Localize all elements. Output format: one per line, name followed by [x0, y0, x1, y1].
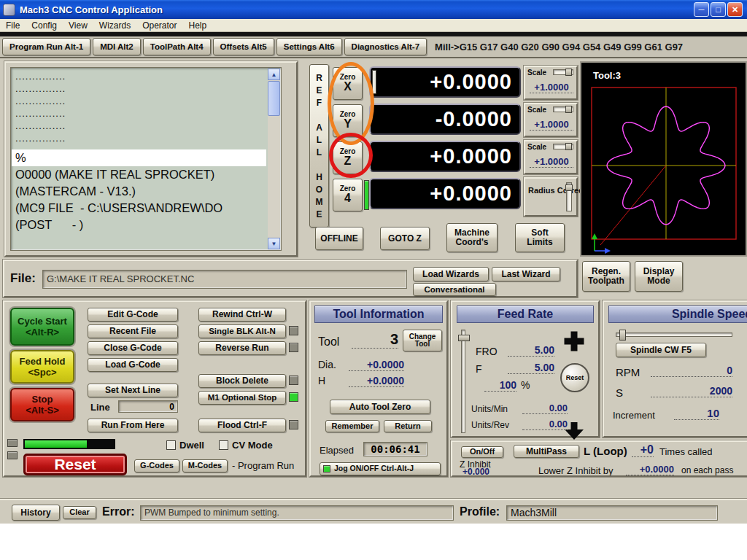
fro-percent-value[interactable]: 100 — [484, 379, 516, 392]
slider-handle[interactable] — [458, 335, 470, 341]
spindle-cw-button[interactable]: Spindle CW F5 — [616, 343, 706, 357]
cycle-start-button[interactable]: Cycle Start <Alt-R> — [10, 308, 74, 346]
zero-x-button[interactable]: Zero X — [333, 67, 363, 100]
scale-x-slider[interactable] — [553, 69, 573, 75]
zero-z-button[interactable]: Zero Z — [333, 141, 363, 174]
run-from-here-button[interactable]: Run From Here — [88, 419, 178, 432]
z-inhibit-value[interactable]: +0.000 — [462, 467, 498, 477]
dro-4-display[interactable]: +0.0000 — [369, 178, 521, 209]
set-next-line-button[interactable]: Set Next Line — [88, 384, 178, 397]
slider-handle[interactable] — [565, 106, 572, 113]
scale-y-slider[interactable] — [553, 106, 573, 112]
jog-onoff-button[interactable]: Jog ON/OFF Ctrl-Alt-J — [320, 462, 441, 475]
menu-item-config[interactable]: Config — [26, 20, 63, 31]
file-path-field[interactable]: G:\MAKE IT REAL SPROCKET.NC — [42, 270, 407, 289]
auto-tool-zero-button[interactable]: Auto Tool Zero — [330, 400, 430, 414]
f-value[interactable]: 5.00 — [508, 362, 554, 374]
spindle-slider[interactable] — [616, 332, 732, 337]
h-value[interactable]: +0.0000 — [349, 375, 404, 387]
menu-item-operator[interactable]: Operator — [136, 20, 182, 31]
menu-item-view[interactable]: View — [63, 20, 93, 31]
line-number-field[interactable]: 0 — [118, 400, 178, 413]
machine-coords-button[interactable]: Machine Coord's — [446, 223, 498, 252]
dro-z-display[interactable]: +0.0000 — [369, 141, 521, 172]
menu-item-file[interactable]: File — [0, 20, 26, 31]
slider-handle[interactable] — [565, 184, 573, 191]
lower-z-value[interactable]: +0.0000 — [626, 464, 674, 475]
onoff-button[interactable]: On/Off — [461, 446, 503, 458]
scroll-down-icon[interactable]: ▼ — [268, 238, 280, 249]
feed-slider[interactable] — [461, 330, 465, 433]
goto-z-button[interactable]: GOTO Z — [380, 227, 430, 250]
tab-mdi[interactable]: MDI Alt2 — [93, 38, 141, 55]
tab-toolpath[interactable]: ToolPath Alt4 — [143, 38, 211, 55]
scroll-thumb[interactable] — [268, 81, 280, 116]
slider-handle[interactable] — [619, 330, 626, 341]
mcodes-button[interactable]: M-Codes — [182, 459, 228, 472]
reset-button[interactable]: Reset — [23, 454, 127, 475]
maximize-button[interactable]: □ — [711, 2, 726, 17]
load-wizards-button[interactable]: Load Wizards — [413, 267, 489, 281]
remember-button[interactable]: Remember — [325, 420, 379, 432]
gcode-listing[interactable]: ............... ............... ........… — [10, 67, 282, 251]
block-delete-button[interactable]: Block Delete — [198, 374, 286, 388]
s-value[interactable]: 2000 — [651, 385, 732, 397]
fro-value[interactable]: 5.00 — [508, 344, 554, 357]
conversational-button[interactable]: Conversational — [413, 283, 496, 296]
tab-program-run[interactable]: Program Run Alt-1 — [2, 38, 90, 55]
tab-diagnostics[interactable]: Diagnostics Alt-7 — [344, 38, 427, 55]
gcode-scrollbar[interactable]: ▲ ▼ — [268, 69, 280, 249]
flood-button[interactable]: Flood Ctrl-F — [198, 419, 286, 432]
return-button[interactable]: Return — [384, 420, 432, 432]
rewind-button[interactable]: Rewind Ctrl-W — [198, 308, 286, 322]
single-blk-button[interactable]: Single BLK Alt-N — [198, 324, 286, 338]
m1-optional-stop-button[interactable]: M1 Optional Stop — [198, 391, 286, 405]
ref-all-home-button[interactable]: R E F A L L H O M E — [309, 64, 329, 228]
tab-offsets[interactable]: Offsets Alt5 — [213, 38, 274, 55]
rpm-value[interactable]: 0 — [651, 365, 732, 377]
increment-value[interactable]: 10 — [674, 407, 719, 420]
slider-handle[interactable] — [565, 69, 572, 76]
scale-y-value[interactable]: +1.0000 — [530, 119, 573, 131]
menu-item-help[interactable]: Help — [183, 20, 213, 31]
display-mode-button[interactable]: Display Mode — [635, 261, 683, 292]
zero-y-button[interactable]: Zero Y — [333, 104, 363, 137]
scale-x-value[interactable]: +1.0000 — [530, 82, 573, 93]
history-button[interactable]: History — [12, 505, 60, 521]
fro-increase-button[interactable] — [559, 328, 589, 354]
tool-value[interactable]: 3 — [352, 331, 398, 349]
reverse-run-button[interactable]: Reverse Run — [198, 341, 286, 355]
loop-value[interactable]: +0 — [632, 443, 654, 457]
units-rev-value[interactable]: 0.00 — [522, 419, 568, 430]
dia-value[interactable]: +0.0000 — [349, 359, 404, 371]
radius-slider[interactable] — [566, 182, 572, 211]
scale-z-value[interactable]: +1.0000 — [530, 156, 573, 168]
regen-toolpath-button[interactable]: Regen. Toolpath — [582, 261, 630, 292]
dro-x-display[interactable]: +0.0000 — [369, 66, 521, 98]
offline-button[interactable]: OFFLINE — [315, 227, 363, 250]
menu-item-wizards[interactable]: Wizards — [93, 20, 136, 31]
last-wizard-button[interactable]: Last Wizard — [492, 267, 560, 281]
scroll-up-icon[interactable]: ▲ — [268, 69, 280, 80]
zero-4-button[interactable]: Zero 4 — [333, 179, 363, 211]
slider-handle[interactable] — [565, 143, 572, 150]
gcodes-button[interactable]: G-Codes — [134, 459, 179, 472]
tab-settings[interactable]: Settings Alt6 — [276, 38, 342, 55]
units-min-value[interactable]: 0.00 — [522, 402, 568, 414]
dro-4-value: +0.0000 — [430, 182, 512, 206]
close-gcode-button[interactable]: Close G-Code — [88, 341, 178, 355]
change-tool-button[interactable]: Change Tool — [403, 330, 442, 351]
dro-y-display[interactable]: -0.0000 — [369, 104, 521, 135]
recent-file-button[interactable]: Recent File — [88, 324, 178, 338]
fro-reset-button[interactable]: Reset — [560, 363, 589, 392]
load-gcode-button[interactable]: Load G-Code — [88, 358, 178, 372]
close-button[interactable]: ✕ — [727, 2, 743, 17]
feed-hold-button[interactable]: Feed Hold <Spc> — [10, 350, 74, 384]
stop-button[interactable]: Stop <Alt-S> — [10, 388, 74, 421]
multipass-button[interactable]: MultiPass — [514, 445, 579, 458]
edit-gcode-button[interactable]: Edit G-Code — [88, 308, 178, 322]
scale-z-slider[interactable] — [553, 144, 573, 149]
clear-button[interactable]: Clear — [63, 506, 96, 519]
soft-limits-button[interactable]: Soft Limits — [515, 223, 565, 252]
minimize-button[interactable]: ─ — [694, 2, 709, 17]
